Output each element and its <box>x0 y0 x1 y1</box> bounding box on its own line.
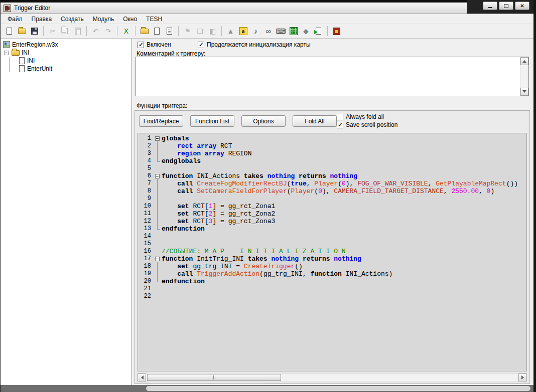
code-line-2: 2 rect array RCT <box>138 142 526 150</box>
line-number: 15 <box>138 240 154 248</box>
outer-scrollbar-thumb[interactable] <box>146 386 530 391</box>
line-number: 3 <box>138 150 154 157</box>
fold-column <box>154 187 162 195</box>
comment-scrollbar[interactable] <box>520 57 528 96</box>
scroll-up-button[interactable] <box>520 57 528 65</box>
toolbar: ✂↶↷X⚑❏◧▲♪∞⌨◆ <box>1 24 533 39</box>
new-trigger-icon[interactable] <box>151 26 163 37</box>
minimize-icon <box>488 7 492 8</box>
fold-column <box>154 195 162 203</box>
editor-scrollbar-thumb[interactable] <box>147 374 281 381</box>
scroll-left-button[interactable] <box>138 373 146 381</box>
enabled-checkbox[interactable]: Включен <box>138 41 171 48</box>
enabled-checkbox-box[interactable] <box>138 42 144 48</box>
title-bar[interactable]: Trigger Editor <box>1 3 533 14</box>
jass-code-editor[interactable]: 1globals2 rect array RCT3 region array R… <box>138 133 527 371</box>
syntax-check-icon[interactable]: X <box>120 26 132 37</box>
line-number: 6 <box>138 172 154 180</box>
new-comment-icon[interactable] <box>164 26 175 37</box>
outer-horizontal-scrollbar[interactable] <box>1 385 533 392</box>
line-number: 2 <box>138 142 154 150</box>
arrow-right-icon <box>521 375 526 379</box>
close-button[interactable] <box>515 2 529 10</box>
arrow-up-icon <box>522 58 526 63</box>
run-on-map-init-checkbox[interactable]: Продолжается инициализация карты <box>198 41 311 48</box>
find-replace-button[interactable]: Find/Replace <box>139 115 183 127</box>
open-map-icon-glyph <box>18 29 26 34</box>
new-condition-icon: ❏ <box>194 26 206 37</box>
trigger-comment-input[interactable] <box>136 57 529 96</box>
import-manager-icon[interactable] <box>313 26 324 37</box>
new-condition-icon-glyph: ❏ <box>197 28 203 35</box>
map-file-icon <box>3 41 10 48</box>
scrollbar-track[interactable] <box>146 373 518 381</box>
terrain-editor-icon-glyph: ▲ <box>227 28 234 35</box>
object-editor-icon[interactable] <box>288 26 299 37</box>
save-map-icon[interactable] <box>29 26 40 37</box>
copy-icon <box>59 26 71 37</box>
tree-item-category-ini[interactable]: INI <box>3 49 131 57</box>
menu-create[interactable]: Создать <box>56 15 88 24</box>
new-map-icon[interactable] <box>4 26 15 37</box>
tree-item-map[interactable]: EnterRegion.w3x <box>3 41 131 49</box>
fold-toggle-icon[interactable] <box>155 174 160 178</box>
trigger-detail-panel: Включен Продолжается инициализация карты… <box>132 39 533 385</box>
fold-column <box>154 142 162 150</box>
menu-tesh[interactable]: TESH <box>142 15 167 24</box>
comment-label: Комментарий к триггеру: <box>137 50 205 57</box>
tesh-settings-icon-glyph <box>333 28 340 35</box>
enabled-checkbox-label: Включен <box>147 41 171 48</box>
menu-window[interactable]: Окно <box>118 15 142 24</box>
maximize-button[interactable] <box>499 2 513 10</box>
always-fold-checkbox[interactable]: Always fold all <box>337 113 397 120</box>
menu-module[interactable]: Модуль <box>88 15 119 24</box>
save-scroll-checkbox-box[interactable] <box>337 122 343 128</box>
run-on-map-init-checkbox-box[interactable] <box>198 42 204 48</box>
trigger-editor-icon[interactable] <box>237 26 249 37</box>
sound-editor-icon[interactable]: ♪ <box>250 26 261 37</box>
code-text: call CreateFogModifierRectBJ(true, Playe… <box>162 180 518 187</box>
code-line-16: 16//СОБЫТИЕ: M A P I N I T I A L I Z A T… <box>138 248 526 255</box>
line-number: 7 <box>138 180 154 187</box>
tree-item-ini-trigger[interactable]: INI <box>3 57 131 65</box>
line-number: 1 <box>138 135 154 142</box>
menu-file[interactable]: Файл <box>3 15 27 24</box>
code-text: rect array RCT <box>162 142 232 150</box>
code-line-11: 11 set RCT[2] = gg_rct_Zona2 <box>138 210 526 218</box>
object-manager-icon[interactable]: ∞ <box>262 26 274 37</box>
editor-horizontal-scrollbar[interactable] <box>138 373 527 381</box>
arrow-left-icon <box>139 375 144 379</box>
open-map-icon[interactable] <box>16 26 28 37</box>
line-number: 17 <box>138 255 154 263</box>
fold-column <box>154 248 162 255</box>
fold-all-button[interactable]: Fold All <box>293 115 337 127</box>
new-trigger-icon-glyph <box>154 28 160 35</box>
tree-connector <box>10 61 17 61</box>
code-line-20: 20endfunction <box>138 278 526 285</box>
tesh-settings-icon[interactable] <box>331 26 342 37</box>
minimize-button[interactable] <box>483 2 497 10</box>
ai-editor-icon[interactable]: ◆ <box>300 26 312 37</box>
fold-toggle-icon[interactable] <box>155 257 160 261</box>
function-list-button[interactable]: Function List <box>190 115 234 127</box>
ai-editor-icon-glyph: ◆ <box>303 28 309 35</box>
line-number: 9 <box>138 195 154 203</box>
collapse-toggle-icon[interactable] <box>4 51 9 55</box>
scroll-right-button[interactable] <box>518 373 527 381</box>
save-scroll-checkbox[interactable]: Save scroll position <box>337 121 397 128</box>
options-button[interactable]: Options <box>241 115 286 127</box>
fold-column <box>154 285 162 293</box>
save-map-icon-glyph <box>31 28 38 35</box>
new-category-icon[interactable] <box>139 26 150 37</box>
always-fold-checkbox-box[interactable] <box>337 114 343 120</box>
campaign-editor-icon[interactable]: ⌨ <box>275 26 287 37</box>
line-number: 19 <box>138 270 154 278</box>
fold-toggle-icon[interactable] <box>155 136 160 141</box>
code-line-7: 7 call CreateFogModifierRectBJ(true, Pla… <box>138 180 526 187</box>
fold-column <box>154 263 162 270</box>
menu-edit[interactable]: Правка <box>27 15 57 24</box>
tree-item-enterunit-trigger[interactable]: EnterUnit <box>3 65 131 73</box>
scroll-down-button[interactable] <box>520 88 528 96</box>
grip-icon <box>212 375 216 379</box>
terrain-editor-icon[interactable]: ▲ <box>225 26 236 37</box>
